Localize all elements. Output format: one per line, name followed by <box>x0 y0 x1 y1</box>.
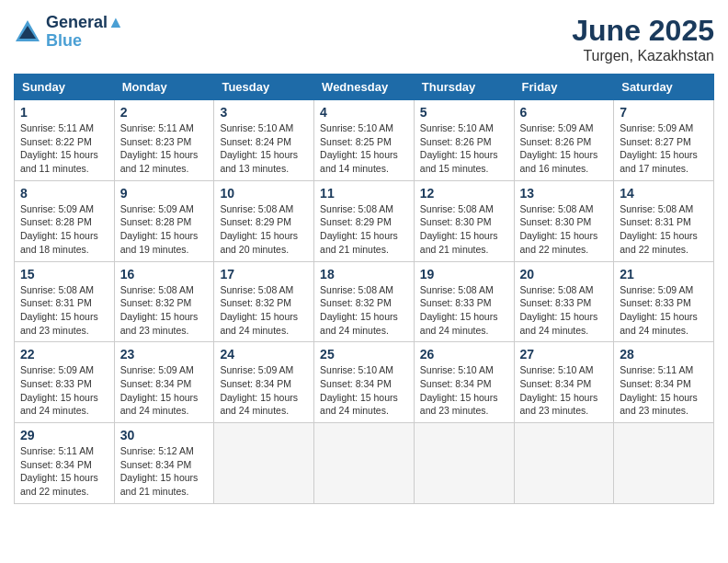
day-info: Sunrise: 5:09 AMSunset: 8:27 PMDaylight:… <box>620 121 708 176</box>
calendar-cell: 12Sunrise: 5:08 AMSunset: 8:30 PMDayligh… <box>414 180 514 261</box>
day-number: 7 <box>620 105 708 120</box>
day-number: 29 <box>20 428 108 442</box>
day-number: 11 <box>320 186 408 201</box>
calendar-week-4: 22Sunrise: 5:09 AMSunset: 8:33 PMDayligh… <box>15 342 714 423</box>
day-number: 9 <box>120 186 209 201</box>
day-info: Sunrise: 5:08 AMSunset: 8:32 PMDaylight:… <box>320 283 408 338</box>
calendar-cell <box>514 423 614 504</box>
calendar-cell: 13Sunrise: 5:08 AMSunset: 8:30 PMDayligh… <box>514 180 614 261</box>
logo-icon <box>14 18 41 46</box>
day-number: 16 <box>120 267 209 282</box>
day-info: Sunrise: 5:11 AMSunset: 8:22 PMDaylight:… <box>20 121 108 176</box>
calendar-body: 1Sunrise: 5:11 AMSunset: 8:22 PMDaylight… <box>15 100 714 504</box>
day-info: Sunrise: 5:08 AMSunset: 8:32 PMDaylight:… <box>220 283 308 338</box>
day-info: Sunrise: 5:11 AMSunset: 8:34 PMDaylight:… <box>620 363 708 418</box>
weekday-header-sunday: Sunday <box>15 75 115 100</box>
calendar: SundayMondayTuesdayWednesdayThursdayFrid… <box>14 74 714 504</box>
logo: General▲ Blue <box>14 14 124 51</box>
month-title: June 2025 <box>572 14 714 48</box>
day-info: Sunrise: 5:09 AMSunset: 8:34 PMDaylight:… <box>220 363 308 418</box>
title-area: June 2025 Turgen, Kazakhstan <box>572 14 714 64</box>
calendar-cell: 7Sunrise: 5:09 AMSunset: 8:27 PMDaylight… <box>614 100 714 181</box>
day-number: 24 <box>220 347 308 362</box>
calendar-cell: 11Sunrise: 5:08 AMSunset: 8:29 PMDayligh… <box>314 180 415 261</box>
calendar-week-5: 29Sunrise: 5:11 AMSunset: 8:34 PMDayligh… <box>15 423 714 504</box>
calendar-cell <box>614 423 714 504</box>
calendar-cell: 14Sunrise: 5:08 AMSunset: 8:31 PMDayligh… <box>614 180 714 261</box>
calendar-cell: 19Sunrise: 5:08 AMSunset: 8:33 PMDayligh… <box>414 261 514 342</box>
day-number: 23 <box>120 347 209 362</box>
day-info: Sunrise: 5:08 AMSunset: 8:31 PMDaylight:… <box>620 202 708 257</box>
calendar-cell <box>414 423 514 504</box>
calendar-cell: 25Sunrise: 5:10 AMSunset: 8:34 PMDayligh… <box>314 342 415 423</box>
calendar-cell: 5Sunrise: 5:10 AMSunset: 8:26 PMDaylight… <box>414 100 514 181</box>
day-number: 12 <box>420 186 508 201</box>
weekday-header-saturday: Saturday <box>614 75 714 100</box>
day-info: Sunrise: 5:09 AMSunset: 8:33 PMDaylight:… <box>620 283 708 338</box>
calendar-cell: 30Sunrise: 5:12 AMSunset: 8:34 PMDayligh… <box>114 423 214 504</box>
day-number: 26 <box>420 347 508 362</box>
calendar-cell: 9Sunrise: 5:09 AMSunset: 8:28 PMDaylight… <box>114 180 214 261</box>
calendar-cell: 16Sunrise: 5:08 AMSunset: 8:32 PMDayligh… <box>114 261 214 342</box>
day-number: 5 <box>420 105 508 120</box>
day-info: Sunrise: 5:10 AMSunset: 8:34 PMDaylight:… <box>420 363 508 418</box>
calendar-cell <box>314 423 415 504</box>
day-number: 28 <box>620 347 708 362</box>
calendar-header-row: SundayMondayTuesdayWednesdayThursdayFrid… <box>15 75 714 100</box>
day-number: 1 <box>20 105 108 120</box>
day-info: Sunrise: 5:08 AMSunset: 8:30 PMDaylight:… <box>520 202 609 257</box>
day-info: Sunrise: 5:10 AMSunset: 8:25 PMDaylight:… <box>320 121 408 176</box>
day-info: Sunrise: 5:09 AMSunset: 8:34 PMDaylight:… <box>120 363 209 418</box>
day-info: Sunrise: 5:08 AMSunset: 8:30 PMDaylight:… <box>420 202 508 257</box>
calendar-cell: 27Sunrise: 5:10 AMSunset: 8:34 PMDayligh… <box>514 342 614 423</box>
day-info: Sunrise: 5:12 AMSunset: 8:34 PMDaylight:… <box>120 444 209 499</box>
calendar-cell: 3Sunrise: 5:10 AMSunset: 8:24 PMDaylight… <box>214 100 314 181</box>
day-number: 17 <box>220 267 308 282</box>
day-number: 22 <box>20 347 108 362</box>
calendar-cell: 1Sunrise: 5:11 AMSunset: 8:22 PMDaylight… <box>15 100 115 181</box>
day-number: 13 <box>520 186 609 201</box>
day-number: 27 <box>520 347 609 362</box>
day-number: 30 <box>120 428 209 442</box>
day-info: Sunrise: 5:10 AMSunset: 8:34 PMDaylight:… <box>320 363 408 418</box>
day-number: 19 <box>420 267 508 282</box>
weekday-header-friday: Friday <box>514 75 614 100</box>
day-info: Sunrise: 5:10 AMSunset: 8:26 PMDaylight:… <box>420 121 508 176</box>
page-header: General▲ Blue June 2025 Turgen, Kazakhst… <box>14 14 714 64</box>
day-info: Sunrise: 5:08 AMSunset: 8:33 PMDaylight:… <box>420 283 508 338</box>
calendar-cell: 4Sunrise: 5:10 AMSunset: 8:25 PMDaylight… <box>314 100 415 181</box>
calendar-cell: 21Sunrise: 5:09 AMSunset: 8:33 PMDayligh… <box>614 261 714 342</box>
day-number: 18 <box>320 267 408 282</box>
day-number: 4 <box>320 105 408 120</box>
day-number: 20 <box>520 267 609 282</box>
calendar-cell: 10Sunrise: 5:08 AMSunset: 8:29 PMDayligh… <box>214 180 314 261</box>
day-number: 25 <box>320 347 408 362</box>
calendar-cell: 8Sunrise: 5:09 AMSunset: 8:28 PMDaylight… <box>15 180 115 261</box>
calendar-cell: 23Sunrise: 5:09 AMSunset: 8:34 PMDayligh… <box>114 342 214 423</box>
day-info: Sunrise: 5:11 AMSunset: 8:23 PMDaylight:… <box>120 121 209 176</box>
calendar-cell: 24Sunrise: 5:09 AMSunset: 8:34 PMDayligh… <box>214 342 314 423</box>
calendar-week-2: 8Sunrise: 5:09 AMSunset: 8:28 PMDaylight… <box>15 180 714 261</box>
day-number: 2 <box>120 105 209 120</box>
day-info: Sunrise: 5:08 AMSunset: 8:29 PMDaylight:… <box>220 202 308 257</box>
weekday-header-thursday: Thursday <box>414 75 514 100</box>
calendar-cell: 15Sunrise: 5:08 AMSunset: 8:31 PMDayligh… <box>15 261 115 342</box>
logo-text: General▲ Blue <box>46 14 124 51</box>
day-number: 3 <box>220 105 308 120</box>
calendar-cell: 2Sunrise: 5:11 AMSunset: 8:23 PMDaylight… <box>114 100 214 181</box>
calendar-cell: 29Sunrise: 5:11 AMSunset: 8:34 PMDayligh… <box>15 423 115 504</box>
weekday-header-tuesday: Tuesday <box>214 75 314 100</box>
calendar-cell: 17Sunrise: 5:08 AMSunset: 8:32 PMDayligh… <box>214 261 314 342</box>
calendar-cell: 28Sunrise: 5:11 AMSunset: 8:34 PMDayligh… <box>614 342 714 423</box>
day-number: 8 <box>20 186 108 201</box>
day-info: Sunrise: 5:10 AMSunset: 8:24 PMDaylight:… <box>220 121 308 176</box>
day-info: Sunrise: 5:08 AMSunset: 8:33 PMDaylight:… <box>520 283 609 338</box>
day-info: Sunrise: 5:09 AMSunset: 8:26 PMDaylight:… <box>520 121 609 176</box>
day-number: 21 <box>620 267 708 282</box>
day-info: Sunrise: 5:08 AMSunset: 8:32 PMDaylight:… <box>120 283 209 338</box>
weekday-header-monday: Monday <box>114 75 214 100</box>
day-info: Sunrise: 5:09 AMSunset: 8:28 PMDaylight:… <box>120 202 209 257</box>
calendar-cell: 6Sunrise: 5:09 AMSunset: 8:26 PMDaylight… <box>514 100 614 181</box>
weekday-header-wednesday: Wednesday <box>314 75 415 100</box>
day-number: 14 <box>620 186 708 201</box>
